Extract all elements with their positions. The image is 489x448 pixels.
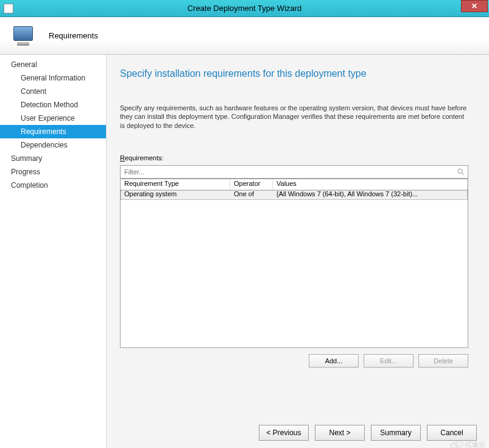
- svg-line-1: [462, 173, 465, 176]
- nav-item-requirements[interactable]: Requirements: [0, 125, 106, 138]
- page-description: Specify any requirements, such as hardwa…: [120, 104, 467, 130]
- previous-button[interactable]: < Previous: [259, 425, 309, 441]
- close-icon: ✕: [471, 2, 477, 10]
- search-icon: [457, 168, 465, 176]
- next-button[interactable]: Next >: [315, 425, 365, 441]
- col-header-type[interactable]: Requirement Type: [121, 179, 230, 190]
- nav-item-detection-method[interactable]: Detection Method: [0, 98, 106, 112]
- nav-item-dependencies[interactable]: Dependencies: [0, 138, 106, 152]
- close-button[interactable]: ✕: [461, 0, 488, 12]
- requirements-grid[interactable]: Requirement Type Operator Values Operati…: [120, 179, 468, 348]
- banner: Requirements: [0, 17, 489, 55]
- edit-button[interactable]: Edit...: [364, 354, 413, 368]
- nav-item-user-experience[interactable]: User Experience: [0, 112, 106, 125]
- cell-type: Operating system: [121, 190, 230, 200]
- nav-item-summary[interactable]: Summary: [0, 152, 106, 165]
- requirements-label: Requirements:: [120, 154, 477, 162]
- nav-item-completion[interactable]: Completion: [0, 179, 106, 192]
- grid-button-row: Add... Edit... Delete: [120, 354, 468, 368]
- col-header-values[interactable]: Values: [273, 179, 468, 190]
- page-heading: Specify installation requirements for th…: [120, 68, 477, 79]
- banner-title: Requirements: [49, 31, 98, 40]
- grid-row[interactable]: Operating system One of {All Windows 7 (…: [121, 190, 468, 200]
- nav-sidebar: General General Information Content Dete…: [0, 55, 107, 448]
- nav-item-general[interactable]: General: [0, 58, 106, 71]
- main-panel: Specify installation requirements for th…: [107, 55, 489, 448]
- add-button[interactable]: Add...: [309, 354, 359, 368]
- col-header-operator[interactable]: Operator: [230, 179, 273, 190]
- window-title: Create Deployment Type Wizard: [0, 4, 489, 13]
- nav-item-content[interactable]: Content: [0, 85, 106, 98]
- cell-values: {All Windows 7 (64-bit), All Windows 7 (…: [273, 190, 468, 200]
- summary-button[interactable]: Summary: [371, 425, 421, 441]
- filter-box[interactable]: [120, 165, 468, 179]
- cancel-button[interactable]: Cancel: [427, 425, 477, 441]
- delete-button[interactable]: Delete: [418, 354, 468, 368]
- nav-item-progress[interactable]: Progress: [0, 165, 106, 179]
- cell-operator: One of: [230, 190, 273, 200]
- nav-item-general-information[interactable]: General Information: [0, 71, 106, 85]
- svg-point-0: [458, 169, 462, 173]
- titlebar: Create Deployment Type Wizard ✕: [0, 0, 489, 17]
- filter-input[interactable]: [123, 168, 457, 176]
- grid-header: Requirement Type Operator Values: [121, 179, 468, 190]
- computer-icon: [12, 24, 37, 48]
- wizard-footer: < Previous Next > Summary Cancel: [259, 425, 477, 441]
